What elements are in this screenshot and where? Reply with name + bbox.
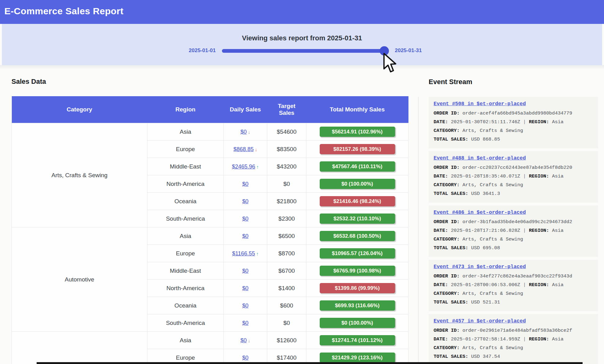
- event-category: CATEGORY: Arts, Crafts & Sewing: [434, 289, 593, 298]
- daily-sales-cell: $0: [224, 175, 267, 193]
- event-date-region: DATE: 2025-01-28T00:06:53.006Z | REGION:…: [434, 281, 593, 289]
- event-category: CATEGORY: Arts, Crafts & Sewing: [434, 235, 593, 244]
- event-order-id: ORDER ID: order-34ef277c862e4a3eaaf903cc…: [434, 272, 593, 281]
- date-slider[interactable]: [222, 49, 389, 53]
- total-monthly-sales-cell: $82157.26 (98.39%): [306, 141, 408, 158]
- trend-up-arrow-icon: ↑: [256, 251, 259, 256]
- event-title-link[interactable]: Event #457 in $et-order-placed: [434, 318, 526, 324]
- column-header-category: Category: [12, 96, 147, 123]
- target-sales-cell: $54600: [267, 123, 306, 141]
- region-cell: North-America: [147, 280, 224, 297]
- daily-sales-link[interactable]: $0: [242, 233, 248, 239]
- table-row: Asia$0↓$12600$12741.74 (101.12%): [12, 332, 408, 349]
- event-title-link[interactable]: Event #473 in $et-order-placed: [434, 264, 526, 270]
- daily-sales-link[interactable]: $0: [241, 129, 247, 135]
- target-sales-cell: $0: [267, 314, 306, 332]
- event-category: CATEGORY: Arts, Crafts & Sewing: [434, 344, 593, 352]
- event-total-sales: TOTAL SALES: USD 521.31: [434, 298, 593, 307]
- region-cell: North-America: [147, 175, 224, 193]
- daily-sales-cell: $0: [224, 314, 267, 332]
- monthly-sales-badge-red: $21416.46 (98.24%): [320, 196, 395, 206]
- slider-thumb[interactable]: [380, 46, 389, 56]
- event-order-id: ORDER ID: order-0e2961e71a6e484abfadf583…: [434, 326, 593, 335]
- monthly-sales-badge-green: $21429.29 (123.16%): [320, 353, 395, 363]
- daily-sales-cell: $1166.55↑: [224, 245, 267, 262]
- trend-down-arrow-icon: ↓: [255, 147, 257, 152]
- event-card: Event #457 in $et-order-placedORDER ID: …: [429, 314, 598, 364]
- total-monthly-sales-cell: $6532.68 (100.50%): [306, 227, 408, 245]
- column-header-total-monthly-sales: Total Monthly Sales: [306, 96, 408, 123]
- region-cell: Oceania: [147, 297, 224, 314]
- event-title-link[interactable]: Event #508 in $et-order-placed: [434, 101, 526, 107]
- target-sales-cell: $17400: [267, 349, 306, 364]
- total-monthly-sales-cell: $12741.74 (101.12%): [306, 332, 408, 349]
- app: E-Commerce Sales Report Viewing sales re…: [0, 0, 604, 364]
- daily-sales-link[interactable]: $0: [242, 303, 248, 309]
- target-sales-cell: $600: [267, 297, 306, 314]
- monthly-sales-badge-green: $12741.74 (101.12%): [320, 335, 395, 345]
- daily-sales-link[interactable]: $0: [242, 320, 248, 326]
- total-monthly-sales-cell: $56214.91 (102.96%): [306, 123, 408, 141]
- monthly-sales-badge-green: $2532.32 (110.10%): [320, 213, 395, 224]
- column-header-region: Region: [147, 96, 224, 123]
- total-monthly-sales-cell: $21416.46 (98.24%): [306, 193, 408, 210]
- target-sales-cell: $12600: [267, 332, 306, 349]
- daily-sales-cell: $0: [224, 297, 267, 314]
- total-monthly-sales-cell: $6765.99 (100.98%): [306, 262, 408, 280]
- column-header-daily-sales: Daily Sales: [224, 96, 267, 123]
- daily-sales-link[interactable]: $0: [242, 198, 248, 204]
- target-sales-cell: $2300: [267, 210, 306, 227]
- daily-sales-link[interactable]: $0: [242, 268, 248, 274]
- event-title-link[interactable]: Event #486 in $et-order-placed: [434, 209, 526, 215]
- region-cell: South-America: [147, 314, 224, 332]
- slider-title: Viewing sales report from 2025-01-31: [2, 34, 602, 42]
- panel-divider: [418, 97, 419, 364]
- total-monthly-sales-cell: $0 (100.00%): [306, 314, 408, 332]
- daily-sales-link[interactable]: $0: [242, 285, 248, 291]
- daily-sales-link[interactable]: $0: [242, 355, 248, 361]
- daily-sales-cell: $0: [224, 210, 267, 227]
- monthly-sales-badge-green: $699.93 (116.66%): [320, 300, 395, 311]
- daily-sales-cell: $0: [224, 193, 267, 210]
- event-order-id: ORDER ID: order-3b1faad35bde4e06ad99c2c2…: [434, 218, 593, 226]
- table-row: AutomotiveAsia$0$6500$6532.68 (100.50%): [12, 227, 408, 245]
- region-cell: Europe: [147, 245, 224, 262]
- event-title-link[interactable]: Event #488 in $et-order-placed: [434, 155, 526, 161]
- target-sales-cell: $8700: [267, 245, 306, 262]
- monthly-sales-badge-green: $56214.91 (102.96%): [320, 127, 395, 137]
- region-cell: Asia: [147, 332, 224, 349]
- daily-sales-link[interactable]: $0: [242, 216, 248, 222]
- target-sales-cell: $1400: [267, 280, 306, 297]
- event-card: Event #508 in $et-order-placedORDER ID: …: [429, 97, 598, 148]
- section-divider: [0, 65, 604, 70]
- event-total-sales: TOTAL SALES: USD 868.85: [434, 135, 593, 144]
- event-date-region: DATE: 2025-01-28T17:21:06.828Z | REGION:…: [434, 226, 593, 235]
- daily-sales-link[interactable]: $0: [241, 337, 247, 344]
- bottom-bar: [37, 362, 583, 364]
- category-cell: [12, 332, 147, 364]
- region-cell: Asia: [147, 227, 224, 245]
- daily-sales-link[interactable]: $868.85: [233, 146, 254, 152]
- daily-sales-cell: $0↓: [224, 332, 267, 349]
- region-cell: Oceania: [147, 193, 224, 210]
- target-sales-cell: $83500: [267, 141, 306, 158]
- daily-sales-link[interactable]: $1166.55: [232, 250, 255, 257]
- event-date-region: DATE: 2025-01-27T02:58:14.959Z | REGION:…: [434, 335, 593, 344]
- event-date-region: DATE: 2025-01-28T18:35:40.071Z | REGION:…: [434, 172, 593, 181]
- daily-sales-link[interactable]: $0: [242, 181, 248, 187]
- daily-sales-cell: $0: [224, 349, 267, 364]
- region-cell: Middle-East: [147, 158, 224, 175]
- event-card: Event #488 in $et-order-placedORDER ID: …: [429, 151, 598, 203]
- target-sales-cell: $6700: [267, 262, 306, 280]
- daily-sales-cell: $0: [224, 227, 267, 245]
- monthly-sales-badge-red: $1399.86 (99.99%): [320, 283, 395, 293]
- target-sales-cell: $6500: [267, 227, 306, 245]
- event-order-id: ORDER ID: order-acef4fa66bd945a3abdd9980…: [434, 109, 593, 118]
- target-sales-cell: $0: [267, 175, 306, 193]
- total-monthly-sales-cell: $699.93 (116.66%): [306, 297, 408, 314]
- daily-sales-link[interactable]: $2465.96: [232, 164, 255, 170]
- event-card: Event #473 in $et-order-placedORDER ID: …: [429, 260, 598, 311]
- sales-table-container: Category Region Daily Sales Target Sales…: [11, 96, 409, 364]
- total-monthly-sales-cell: $21429.29 (123.16%): [306, 349, 408, 364]
- event-stream-panel: Event Stream Event #508 in $et-order-pla…: [429, 78, 598, 364]
